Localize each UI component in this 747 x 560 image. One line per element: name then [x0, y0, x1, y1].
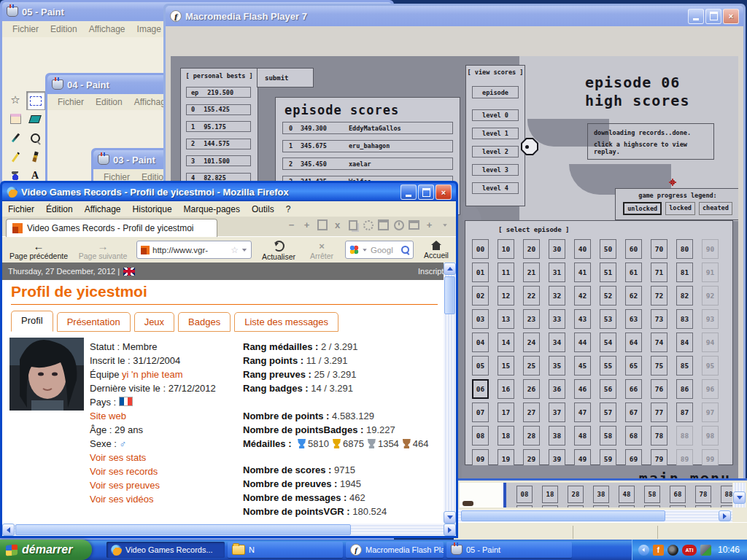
personal-best-row[interactable]: 2144.575	[186, 139, 251, 149]
view-level-2-button[interactable]: level 2	[472, 146, 519, 158]
flash-title-bar[interactable]: f Macromedia Flash Player 7 ×	[166, 6, 743, 26]
episode-cell-26[interactable]: 26	[523, 379, 540, 399]
home-button[interactable]: Accueil	[418, 238, 454, 262]
episode-cell-44[interactable]: 44	[574, 332, 591, 352]
history-clock-icon[interactable]	[393, 219, 404, 230]
menu-item-edition[interactable]: Edition	[44, 23, 83, 36]
episode-cell-98[interactable]: 98	[702, 426, 719, 446]
menu-item-edition[interactable]: Edition	[90, 96, 128, 109]
episode-cell-42[interactable]: 42	[574, 286, 591, 306]
menu-item-affichage[interactable]: Affichage	[83, 23, 131, 36]
search-engine-dropdown-icon[interactable]	[363, 249, 367, 253]
episode-cell-53[interactable]: 53	[600, 309, 616, 329]
episode-cell-36[interactable]: 36	[549, 379, 565, 399]
episode-cell-17[interactable]: 17	[498, 402, 514, 422]
episode-cell-83[interactable]: 83	[676, 309, 693, 329]
taskbar-task-paint[interactable]: 05 - Paint	[446, 542, 572, 558]
episode-cell-07[interactable]: 07	[472, 402, 489, 422]
copy-icon[interactable]	[347, 219, 358, 230]
loading-spinner-icon[interactable]	[363, 219, 374, 230]
episode-cell-70[interactable]: 70	[651, 239, 667, 259]
episode-score-row[interactable]: 1345.675eru_bahagon	[282, 140, 453, 152]
profile-link-voir-ses-records[interactable]: Voir ses records	[90, 466, 158, 477]
search-box[interactable]: Googl	[345, 241, 414, 259]
profile-tab-liste-des-messages[interactable]: Liste des messages	[234, 312, 338, 332]
close-button[interactable]: ×	[436, 184, 452, 200]
episode-cell-15[interactable]: 15	[498, 356, 514, 376]
bg-episode-cell-68[interactable]: 68	[670, 486, 686, 503]
episode-cell-94[interactable]: 94	[702, 332, 719, 352]
episode-cell-41[interactable]: 41	[574, 262, 591, 282]
episode-cell-58[interactable]: 58	[600, 426, 616, 446]
episode-cell-37[interactable]: 37	[549, 402, 565, 422]
episode-cell-10[interactable]: 10	[498, 239, 514, 259]
episode-cell-06[interactable]: 06	[472, 379, 489, 399]
submit-button[interactable]: submit	[257, 68, 314, 88]
url-text[interactable]: http://www.vgr-	[152, 246, 228, 254]
pencil-tool[interactable]	[7, 148, 24, 166]
episode-cell-81[interactable]: 81	[676, 262, 693, 282]
legend-unlocked-button[interactable]: unlocked	[623, 202, 662, 215]
legend-locked-button[interactable]: locked	[665, 202, 695, 215]
firefox-title-bar[interactable]: Video Games Records - Profil de yicestmo…	[2, 183, 456, 201]
episode-cell-96[interactable]: 96	[702, 379, 719, 399]
vertical-scroll-thumb[interactable]	[444, 276, 455, 314]
search-icon[interactable]	[401, 246, 409, 254]
print-icon[interactable]	[409, 219, 419, 230]
taskbar-task-flash[interactable]: fMacromedia Flash Pla...	[346, 542, 444, 558]
horizontal-scroll-thumb[interactable]	[461, 510, 665, 521]
reload-button[interactable]: Actualiser	[256, 238, 301, 262]
episode-cell-65[interactable]: 65	[625, 356, 642, 376]
bg-episode-cell-partial[interactable]	[542, 505, 558, 508]
menu-item-fichier[interactable]: Fichier	[52, 96, 90, 109]
profile-link-voir-ses-vidéos[interactable]: Voir ses vidéos	[90, 494, 153, 505]
episode-cell-34[interactable]: 34	[549, 332, 565, 352]
episode-cell-86[interactable]: 86	[676, 379, 693, 399]
episode-cell-57[interactable]: 57	[600, 402, 616, 422]
bookmark-star-icon[interactable]: ☆	[231, 245, 239, 255]
episode-cell-50[interactable]: 50	[600, 239, 616, 259]
episode-cell-28[interactable]: 28	[523, 426, 540, 446]
magnifier-tool[interactable]	[26, 129, 44, 147]
profile-link-voir-ses-stats[interactable]: Voir ses stats	[90, 452, 146, 463]
episode-cell-92[interactable]: 92	[702, 286, 719, 306]
episode-cell-30[interactable]: 30	[549, 239, 565, 259]
episode-cell-23[interactable]: 23	[523, 309, 540, 329]
episode-cell-85[interactable]: 85	[676, 356, 693, 376]
episode-cell-78[interactable]: 78	[651, 426, 667, 446]
profile-link-voir-ses-preuves[interactable]: Voir ses preuves	[90, 480, 160, 491]
rect-select-tool[interactable]	[26, 91, 45, 110]
episode-cell-56[interactable]: 56	[600, 379, 616, 399]
firefox-menu-affichage[interactable]: Affichage	[79, 204, 127, 214]
episode-cell-84[interactable]: 84	[676, 332, 693, 352]
scroll-left-button[interactable]	[2, 524, 15, 536]
orange-app-tray-icon[interactable]: f	[653, 545, 664, 556]
view-level-4-button[interactable]: level 4	[472, 182, 519, 194]
episode-cell-91[interactable]: 91	[702, 262, 719, 282]
scroll-up-button[interactable]	[444, 262, 456, 275]
episode-cell-08[interactable]: 08	[472, 426, 489, 446]
episode-cell-88[interactable]: 88	[676, 426, 693, 446]
episode-cell-64[interactable]: 64	[625, 332, 642, 352]
episode-cell-25[interactable]: 25	[523, 356, 540, 376]
episode-cell-63[interactable]: 63	[625, 309, 642, 329]
episode-cell-27[interactable]: 27	[523, 402, 540, 422]
personal-best-row[interactable]: 3101.500	[186, 155, 251, 166]
overflow-chevron-icon[interactable]	[439, 219, 450, 230]
profile-link-site-web[interactable]: Site web	[90, 411, 126, 421]
episode-cell-67[interactable]: 67	[625, 402, 642, 422]
episode-cell-73[interactable]: 73	[651, 309, 667, 329]
scroll-right-button[interactable]	[719, 510, 731, 521]
episode-cell-95[interactable]: 95	[702, 356, 719, 376]
episode-cell-33[interactable]: 33	[549, 309, 565, 329]
scroll-right-button[interactable]	[444, 524, 456, 536]
search-input[interactable]: Googl	[371, 246, 398, 254]
back-button[interactable]: ← Page précédente	[5, 238, 72, 262]
episode-cell-02[interactable]: 02	[472, 286, 489, 306]
episode-cell-90[interactable]: 90	[702, 239, 719, 259]
episode-cell-75[interactable]: 75	[651, 356, 667, 376]
episode-cell-35[interactable]: 35	[549, 356, 565, 376]
episode-cell-31[interactable]: 31	[549, 262, 565, 282]
firefox-menu-outils[interactable]: Outils	[246, 204, 280, 214]
firefox-menu-?[interactable]: ?	[280, 204, 297, 214]
